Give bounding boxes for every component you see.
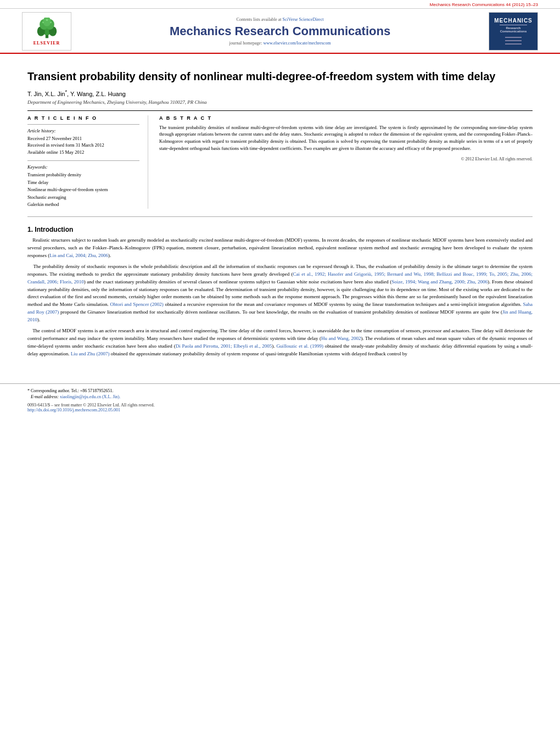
footer-bottom: 0093-6413/$ – see front matter © 2012 El… bbox=[27, 403, 533, 412]
paper-title: Transient probability density of nonline… bbox=[27, 69, 533, 83]
footer-doi[interactable]: http://dx.doi.org/10.1016/j.mechrescom.2… bbox=[27, 408, 155, 412]
article-history-items: Received 27 November 2011 Received in re… bbox=[27, 135, 139, 156]
homepage-url[interactable]: www.elsevier.com/locate/mechrescom bbox=[263, 41, 331, 46]
article-abstract-section: A R T I C L E I N F O Article history: R… bbox=[27, 110, 533, 209]
intro-para2-text: The probability density of stochastic re… bbox=[27, 264, 533, 323]
sciverse-line: Contents lists available at SciVerse Sci… bbox=[82, 17, 478, 22]
intro-para3-text: The control of MDOF systems is an active… bbox=[27, 328, 533, 356]
journal-homepage: journal homepage: www.elsevier.com/locat… bbox=[82, 41, 478, 46]
authors-line: T. Jin, X.L. Jin*, Y. Wang, Z.L. Huang bbox=[27, 89, 533, 97]
intro-para3: The control of MDOF systems is an active… bbox=[27, 327, 533, 358]
citation-line: Mechanics Research Communications 44 (20… bbox=[0, 0, 560, 9]
keyword-2: Time delay bbox=[27, 179, 139, 187]
svg-point-8 bbox=[42, 21, 44, 23]
affiliation: Department of Engineering Mechanics, Zhe… bbox=[27, 99, 533, 105]
elsevier-text: ELSEVIER bbox=[33, 41, 60, 46]
footnote-star-text: * Corresponding author. Tel.: +86 571879… bbox=[27, 388, 113, 393]
received-date-1: Received 27 November 2011 bbox=[27, 135, 139, 142]
keywords-title: Keywords: bbox=[27, 164, 139, 170]
main-content: Transient probability density of nonline… bbox=[0, 54, 560, 372]
intro-para2: The probability density of stochastic re… bbox=[27, 263, 533, 325]
mechanics-badge-title: MECHANICS bbox=[494, 18, 533, 24]
svg-point-9 bbox=[50, 21, 52, 23]
footnote-email-label: E-mail address: bbox=[27, 394, 59, 399]
intro-para1-text: Realistic structures subject to random l… bbox=[27, 237, 533, 258]
journal-header: ELSEVIER Contents lists available at Sci… bbox=[0, 9, 560, 54]
footnote-email[interactable]: xiaolingjin@zju.edu.cn (X.L. Jin). bbox=[60, 394, 120, 399]
mechanics-badge: MECHANICS ResearchCommunications ▬▬▬▬▬▬▬… bbox=[489, 12, 538, 51]
keyword-5: Galerkin method bbox=[27, 201, 139, 209]
footnote-email-line: E-mail address: xiaolingjin@zju.edu.cn (… bbox=[27, 394, 533, 399]
keyword-4: Stochastic averaging bbox=[27, 194, 139, 202]
elsevier-logo-box: ELSEVIER bbox=[22, 12, 71, 51]
available-online: Available online 15 May 2012 bbox=[27, 149, 139, 156]
abstract-col: A B S T R A C T The transient probabilit… bbox=[159, 115, 533, 209]
footer-issn: 0093-6413/$ – see front matter © 2012 El… bbox=[27, 403, 155, 408]
keyword-3: Nonlinear multi-degree-of-freedom system bbox=[27, 186, 139, 194]
elsevier-tree-icon bbox=[32, 18, 62, 40]
article-info-label: A R T I C L E I N F O bbox=[27, 115, 139, 121]
journal-header-center: Contents lists available at SciVerse Sci… bbox=[71, 17, 489, 46]
abstract-text: The transient probability densities of n… bbox=[159, 124, 533, 152]
citation-text: Mechanics Research Communications 44 (20… bbox=[430, 2, 538, 7]
section1-heading: 1. Introduction bbox=[27, 226, 533, 233]
homepage-label: journal homepage: bbox=[229, 41, 262, 46]
journal-title: Mechanics Research Communications bbox=[82, 24, 478, 38]
keywords-list: Transient probability density Time delay… bbox=[27, 171, 139, 209]
abstract-label: A B S T R A C T bbox=[159, 115, 533, 121]
sciverse-label: Contents lists available at bbox=[237, 17, 282, 22]
intro-para1: Realistic structures subject to random l… bbox=[27, 237, 533, 260]
elsevier-logo: ELSEVIER bbox=[32, 18, 62, 46]
sciverse-link[interactable]: SciVerse ScienceDirect bbox=[283, 17, 324, 22]
mechanics-badge-sub: ResearchCommunications bbox=[500, 26, 527, 33]
received-revised: Received in revised form 31 March 2012 bbox=[27, 142, 139, 149]
footer-info: 0093-6413/$ – see front matter © 2012 El… bbox=[27, 403, 155, 412]
article-history-title: Article history: bbox=[27, 128, 139, 133]
section-divider bbox=[27, 216, 533, 217]
article-info-col: A R T I C L E I N F O Article history: R… bbox=[27, 115, 148, 209]
authors-text: T. Jin, X.L. Jin*, Y. Wang, Z.L. Huang bbox=[27, 91, 126, 97]
keyword-1: Transient probability density bbox=[27, 171, 139, 179]
svg-point-7 bbox=[46, 19, 48, 21]
page: Mechanics Research Communications 44 (20… bbox=[0, 0, 560, 742]
page-footer: * Corresponding author. Tel.: +86 571879… bbox=[0, 383, 560, 417]
copyright: © 2012 Elsevier Ltd. All rights reserved… bbox=[159, 157, 533, 161]
footnote-star: * Corresponding author. Tel.: +86 571879… bbox=[27, 388, 533, 393]
